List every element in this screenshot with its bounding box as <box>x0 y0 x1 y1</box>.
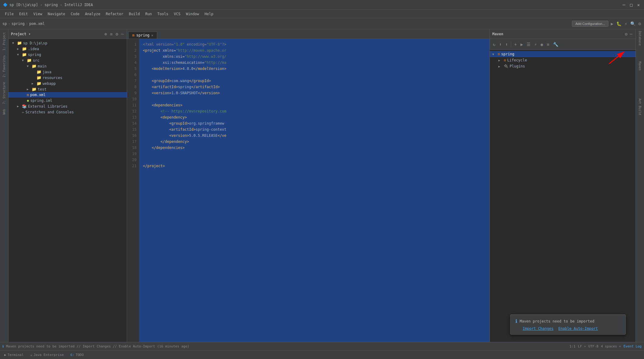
menu-vcs[interactable]: VCS <box>171 11 183 17</box>
terminal-tab[interactable]: ▶ Terminal <box>1 352 27 358</box>
maven-add-button[interactable]: + <box>513 41 518 48</box>
search-everywhere-button[interactable]: 🔍 <box>630 21 636 27</box>
scope-button[interactable]: ⊕ <box>104 31 107 37</box>
tree-item-sp[interactable]: ▼ 📁 sp D:\ja\sp <box>9 40 127 46</box>
expand-arrow: ▶ <box>17 105 21 108</box>
web-panel-toggle[interactable]: Web <box>2 107 6 116</box>
project-tree: ▼ 📁 sp D:\ja\sp ▶ 📁 .idea ▼ 📁 spring <box>9 39 127 342</box>
menu-refactor[interactable]: Refactor <box>103 11 126 17</box>
enable-auto-import-link[interactable]: Enable Auto-Import <box>558 326 598 331</box>
tree-item-idea[interactable]: ▶ 📁 .idea <box>9 46 127 52</box>
menu-analyze[interactable]: Analyze <box>82 11 103 17</box>
tree-item-webapp[interactable]: ▶ 📁 webapp <box>9 81 127 86</box>
add-configuration-button[interactable]: Add Configuration... <box>572 21 608 27</box>
menu-run[interactable]: Run <box>143 11 154 17</box>
ant-build-toggle[interactable]: Ant Build <box>638 97 642 117</box>
code-line-17: </dependency> <box>143 139 486 145</box>
code-line-21: </project> <box>143 163 486 169</box>
tree-item-label: pom.xml <box>30 93 46 97</box>
maven-list-button[interactable]: ☰ <box>525 41 532 48</box>
maximize-button[interactable]: □ <box>629 2 634 7</box>
menu-build[interactable]: Build <box>126 11 142 17</box>
tree-item-pomxml[interactable]: m pom.xml <box>9 92 127 98</box>
terminal-label: Terminal <box>8 353 24 357</box>
structure-panel-toggle[interactable]: 7: Structure <box>2 80 6 106</box>
status-lf[interactable]: LF ÷ <box>578 344 586 348</box>
scratches-icon: ✏ <box>22 110 24 114</box>
maven-reload-button[interactable]: ↻ <box>492 41 497 48</box>
maven-run-button[interactable]: ▶ <box>519 41 524 48</box>
maven-wrench-button[interactable]: 🔧 <box>552 41 559 48</box>
code-editor[interactable]: <?xml version="1.0" encoding="UTF-8"?> <… <box>139 39 490 342</box>
maven-side-toggle[interactable]: Maven <box>638 60 642 72</box>
tree-item-label: External Libraries <box>28 104 68 109</box>
tree-item-external-libs[interactable]: ▶ 📚 External Libraries <box>9 103 127 109</box>
todo-tab[interactable]: 6: TODO <box>68 352 87 358</box>
event-log-button[interactable]: Event Log <box>623 344 642 348</box>
minimize-button[interactable]: ─ <box>621 2 626 7</box>
menu-help[interactable]: Help <box>202 11 216 17</box>
maven-update-button[interactable]: ⬆ <box>504 41 509 48</box>
gear-icon[interactable]: ⚙ <box>115 31 119 37</box>
sort-button[interactable]: ≡ <box>109 31 113 37</box>
maven-columns-button[interactable]: ≡ <box>545 41 550 48</box>
menu-edit[interactable]: Edit <box>17 11 30 17</box>
menu-view[interactable]: View <box>31 11 45 17</box>
status-encoding[interactable]: UTF-8 <box>588 344 598 348</box>
title-text: sp [D:\ja\sp] - spring - IntelliJ IDEA <box>9 3 621 7</box>
coverage-button[interactable]: ⚡ <box>624 21 628 27</box>
minimize-panel-button[interactable]: ─ <box>121 31 124 37</box>
tree-item-test[interactable]: ▶ 📁 test <box>9 86 127 92</box>
status-spaces[interactable]: 4 spaces ÷ <box>601 344 621 348</box>
tree-item-src[interactable]: ▼ 📁 src <box>9 57 127 63</box>
breadcrumb-spring[interactable]: spring <box>12 22 25 26</box>
code-line-12: <!-- https://mvnrepository.com <box>143 108 486 114</box>
breadcrumb-sp[interactable]: sp <box>2 22 7 26</box>
debug-button[interactable]: 🐛 <box>616 21 622 27</box>
tab-label: spring <box>136 33 149 37</box>
settings-button[interactable]: ⚙ <box>638 21 642 27</box>
folder-icon: 📁 <box>17 41 22 45</box>
menu-window[interactable]: Window <box>183 11 201 17</box>
database-panel-toggle[interactable]: Database <box>638 29 642 47</box>
code-line-3: xmlns:xsi="http://www.w3.org/ <box>143 54 486 60</box>
status-position[interactable]: 1:1 <box>570 344 576 348</box>
maven-skip-button[interactable]: ⚡ <box>533 41 538 48</box>
menu-file[interactable]: File <box>2 11 16 17</box>
import-changes-link[interactable]: Import Changes <box>523 326 553 331</box>
java-enterprise-tab[interactable]: ☕ Java Enterprise <box>27 352 67 358</box>
close-button[interactable]: ✕ <box>636 2 641 7</box>
tree-item-spring[interactable]: ▼ 📁 spring <box>9 52 127 57</box>
notification-header: ℹ Maven projects need to be imported <box>515 318 621 324</box>
maven-download-button[interactable]: ⬇ <box>498 41 503 48</box>
tree-item-resources[interactable]: 📁 resources <box>9 75 127 81</box>
tree-item-label: java <box>43 70 51 74</box>
editor-tabs: m spring ✕ <box>127 29 490 39</box>
maven-lifecycle-icon: ⚙ <box>504 58 506 62</box>
maven-item-lifecycle[interactable]: ▶ ⚙ Lifecycle <box>490 57 635 63</box>
editor-tab-pomxml[interactable]: m spring ✕ <box>128 32 157 39</box>
maven-minimize-button[interactable]: ─ <box>629 31 633 37</box>
folder-icon: 📁 <box>36 70 41 74</box>
menu-navigate[interactable]: Navigate <box>45 11 68 17</box>
menu-tools[interactable]: Tools <box>155 11 171 17</box>
tree-item-main[interactable]: ▼ 📁 main <box>9 63 127 69</box>
maven-toggle-button[interactable]: ◉ <box>539 41 544 48</box>
project-panel-toggle[interactable]: 1: Project <box>2 30 6 52</box>
breadcrumb-pomxml[interactable]: pom.xml <box>29 22 45 26</box>
maven-plugins-icon: 🔌 <box>504 64 508 68</box>
tree-item-label: spring.iml <box>30 98 52 103</box>
maven-item-spring[interactable]: ▼ m spring <box>490 51 635 57</box>
tree-item-scratches[interactable]: ✏ Scratches and Consoles <box>9 109 127 115</box>
menu-code[interactable]: Code <box>68 11 82 17</box>
maven-settings-button[interactable]: ⚙ <box>624 31 628 37</box>
run-button[interactable]: ▶ <box>610 21 614 27</box>
tree-item-java[interactable]: 📁 java <box>9 69 127 75</box>
tab-close-button[interactable]: ✕ <box>151 33 154 37</box>
code-line-6 <box>143 72 486 78</box>
favorites-panel-toggle[interactable]: 2: Favorites <box>2 54 6 79</box>
folder-icon: 📁 <box>36 81 41 86</box>
tree-item-springiml[interactable]: ◆ spring.iml <box>9 98 127 103</box>
maven-project-icon: m <box>498 52 500 56</box>
maven-item-plugins[interactable]: ▶ 🔌 Plugins <box>490 63 635 69</box>
